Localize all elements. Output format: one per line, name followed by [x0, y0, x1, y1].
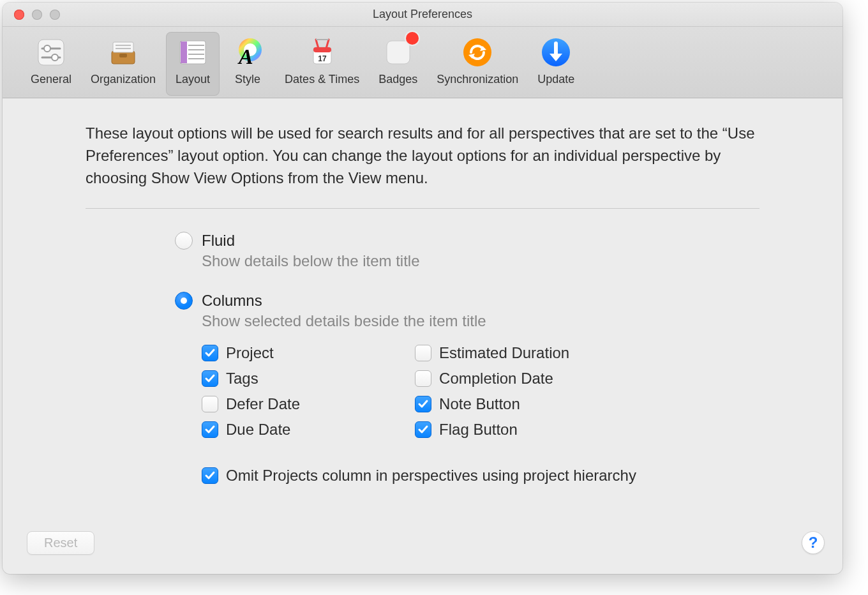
notification-badge-icon: [406, 32, 419, 45]
tab-label: Badges: [378, 73, 417, 86]
radio-fluid-row[interactable]: Fluid: [175, 232, 760, 250]
tab-general[interactable]: General: [22, 32, 80, 96]
traffic-lights: [14, 10, 60, 20]
checkbox-completion-date[interactable]: [415, 370, 431, 387]
tab-label: Update: [537, 73, 574, 86]
checkbox-label: Project: [226, 344, 274, 362]
close-button[interactable]: [14, 10, 24, 20]
checkbox-tags[interactable]: [202, 370, 218, 387]
preferences-window: Layout Preferences General: [3, 3, 842, 574]
checkbox-flag-button[interactable]: [415, 421, 431, 438]
radio-fluid[interactable]: [175, 232, 193, 250]
tab-dates-times[interactable]: 17 Dates & Times: [276, 32, 368, 96]
tab-update[interactable]: Update: [528, 32, 583, 96]
content-area: These layout options will be used for se…: [3, 98, 842, 574]
reset-button[interactable]: Reset: [27, 531, 94, 555]
radio-columns-row[interactable]: Columns: [175, 292, 760, 310]
radio-columns[interactable]: [175, 292, 193, 310]
window-title: Layout Preferences: [373, 8, 472, 21]
column-checkboxes: ProjectTagsDefer DateDue Date Estimated …: [202, 344, 760, 439]
footer: Reset ?: [3, 523, 842, 574]
layout-icon: [175, 34, 211, 70]
svg-rect-22: [387, 41, 410, 64]
svg-point-2: [44, 45, 50, 52]
svg-rect-6: [113, 42, 133, 52]
checkbox-row-completion-date[interactable]: Completion Date: [415, 370, 569, 388]
radio-columns-label: Columns: [202, 292, 262, 310]
svg-point-23: [463, 38, 491, 66]
checkbox-row-defer-date[interactable]: Defer Date: [202, 395, 300, 413]
radio-fluid-label: Fluid: [202, 232, 235, 250]
checkbox-label: Note Button: [439, 395, 520, 413]
general-icon: [33, 34, 69, 70]
checkbox-project[interactable]: [202, 345, 218, 361]
help-button[interactable]: ?: [802, 531, 825, 554]
checkbox-label: Tags: [226, 370, 258, 388]
intro-text: These layout options will be used for se…: [86, 123, 760, 189]
preferences-toolbar: General Organization: [3, 27, 842, 98]
divider: [86, 208, 760, 209]
radio-columns-desc: Show selected details beside the item ti…: [202, 312, 760, 330]
checkbox-row-due-date[interactable]: Due Date: [202, 421, 300, 439]
badges-icon: [380, 34, 416, 70]
checkbox-row-note-button[interactable]: Note Button: [415, 395, 569, 413]
sync-icon: [460, 34, 495, 70]
checkbox-row-tags[interactable]: Tags: [202, 370, 300, 388]
style-icon: A: [230, 34, 266, 70]
dates-icon: 17: [304, 34, 340, 70]
zoom-button[interactable]: [50, 10, 60, 20]
tab-badges[interactable]: Badges: [370, 32, 426, 96]
svg-rect-11: [181, 41, 187, 63]
tab-style[interactable]: A Style: [221, 32, 274, 96]
checkbox-row-estimated-duration[interactable]: Estimated Duration: [415, 344, 569, 362]
tab-label: General: [31, 73, 71, 86]
tab-label: Synchronization: [437, 73, 518, 86]
checkbox-due-date[interactable]: [202, 421, 218, 438]
organization-icon: [105, 34, 141, 70]
tab-label: Organization: [91, 73, 156, 86]
layout-options: Fluid Show details below the item title …: [86, 232, 760, 485]
tab-label: Dates & Times: [285, 73, 359, 86]
svg-point-4: [52, 54, 58, 61]
tab-layout[interactable]: Layout: [166, 32, 220, 96]
checkbox-label: Flag Button: [439, 421, 518, 439]
minimize-button[interactable]: [32, 10, 42, 20]
checkbox-note-button[interactable]: [415, 396, 431, 412]
omit-projects-label: Omit Projects column in perspectives usi…: [226, 467, 636, 485]
svg-text:A: A: [237, 45, 253, 68]
checkbox-omit-projects[interactable]: [202, 467, 218, 484]
checkbox-label: Due Date: [226, 421, 290, 439]
checkbox-label: Defer Date: [226, 395, 300, 413]
checkbox-label: Estimated Duration: [439, 344, 569, 362]
titlebar: Layout Preferences: [3, 3, 842, 27]
checkbox-row-project[interactable]: Project: [202, 344, 300, 362]
tab-synchronization[interactable]: Synchronization: [428, 32, 527, 96]
checkbox-defer-date[interactable]: [202, 396, 218, 412]
tab-organization[interactable]: Organization: [82, 32, 165, 96]
checkbox-estimated-duration[interactable]: [415, 345, 431, 361]
svg-rect-20: [313, 47, 331, 52]
omit-projects-row[interactable]: Omit Projects column in perspectives usi…: [202, 467, 760, 485]
svg-text:17: 17: [318, 54, 327, 63]
svg-rect-0: [38, 40, 64, 65]
update-icon: [538, 34, 574, 70]
svg-rect-9: [119, 54, 127, 57]
tab-label: Style: [235, 73, 260, 86]
checkbox-row-flag-button[interactable]: Flag Button: [415, 421, 569, 439]
tab-label: Layout: [176, 73, 210, 86]
checkbox-label: Completion Date: [439, 370, 553, 388]
radio-fluid-desc: Show details below the item title: [202, 252, 760, 270]
